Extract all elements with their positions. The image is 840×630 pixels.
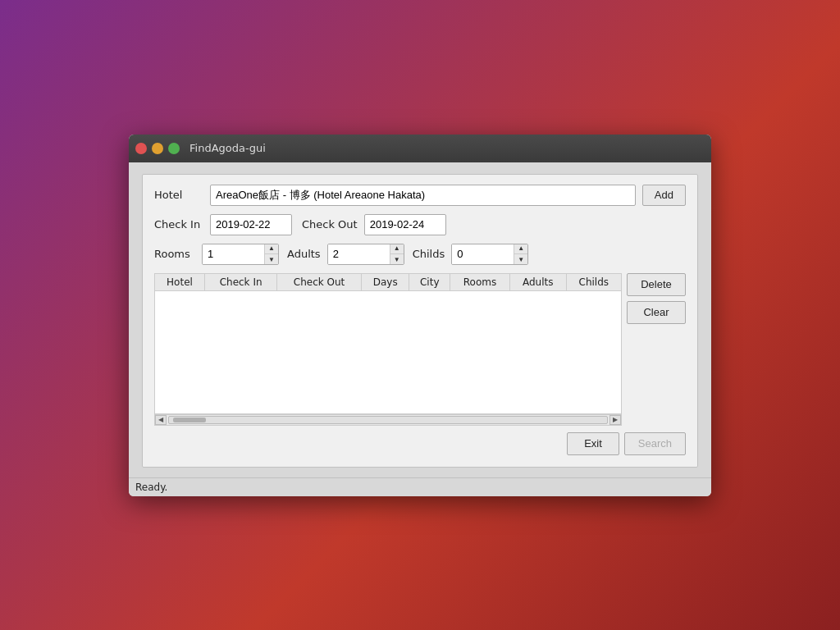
- childs-spinner-buttons: ▲ ▼: [514, 244, 527, 265]
- scroll-left-arrow[interactable]: ◀: [155, 415, 167, 425]
- add-button[interactable]: Add: [642, 185, 686, 206]
- childs-label: Childs: [413, 248, 445, 260]
- rooms-label: Rooms: [154, 248, 195, 260]
- table-area: Hotel Check In Check Out Days City Rooms…: [154, 273, 686, 426]
- search-button[interactable]: Search: [624, 432, 686, 455]
- status-bar: Ready.: [129, 477, 711, 496]
- col-city: City: [409, 273, 450, 290]
- rooms-input[interactable]: [203, 244, 264, 265]
- main-window: FindAgoda-gui Hotel Add Check In Check O…: [129, 135, 711, 496]
- table-header-row: Hotel Check In Check Out Days City Rooms…: [155, 273, 622, 290]
- adults-up-button[interactable]: ▲: [390, 244, 404, 254]
- checkin-input[interactable]: [210, 214, 292, 235]
- col-days: Days: [361, 273, 409, 290]
- childs-spinner: ▲ ▼: [451, 244, 528, 265]
- table-wrap: Hotel Check In Check Out Days City Rooms…: [154, 273, 622, 426]
- checkout-input[interactable]: [364, 214, 446, 235]
- close-button[interactable]: [135, 143, 147, 154]
- rooms-spinner: ▲ ▼: [202, 244, 279, 265]
- checkout-label: Check Out: [302, 218, 358, 231]
- adults-spinner-buttons: ▲ ▼: [390, 244, 404, 265]
- data-table: Hotel Check In Check Out Days City Rooms…: [154, 273, 622, 291]
- col-checkin: Check In: [204, 273, 276, 290]
- hotel-row: Hotel Add: [154, 185, 686, 206]
- clear-button[interactable]: Clear: [627, 301, 686, 324]
- col-childs: Childs: [566, 273, 621, 290]
- minimize-button[interactable]: [152, 143, 163, 154]
- form-area: Hotel Add Check In Check Out Rooms ▲ ▼: [142, 174, 698, 468]
- delete-button[interactable]: Delete: [627, 273, 686, 296]
- window-title: FindAgoda-gui: [189, 142, 266, 154]
- status-text: Ready.: [135, 482, 167, 493]
- rooms-spinner-buttons: ▲ ▼: [264, 244, 278, 265]
- side-buttons: Delete Clear: [627, 273, 686, 426]
- table-body-area: [154, 291, 622, 414]
- checkin-label: Check In: [154, 218, 203, 231]
- bottom-row: Exit Search: [154, 432, 686, 455]
- col-adults: Adults: [509, 273, 566, 290]
- childs-down-button[interactable]: ▼: [514, 254, 527, 265]
- adults-spinner: ▲ ▼: [327, 244, 404, 265]
- adults-label: Adults: [287, 248, 321, 260]
- adults-input[interactable]: [328, 244, 390, 265]
- rooms-row: Rooms ▲ ▼ Adults ▲ ▼ Childs: [154, 244, 686, 265]
- content-area: Hotel Add Check In Check Out Rooms ▲ ▼: [129, 162, 711, 477]
- col-rooms: Rooms: [450, 273, 510, 290]
- hotel-label: Hotel: [154, 189, 203, 201]
- horizontal-scrollbar[interactable]: ◀ ▶: [154, 414, 622, 426]
- childs-input[interactable]: [452, 244, 514, 265]
- exit-button[interactable]: Exit: [567, 432, 619, 455]
- rooms-down-button[interactable]: ▼: [265, 254, 278, 265]
- childs-up-button[interactable]: ▲: [514, 244, 527, 254]
- scrollbar-track[interactable]: [168, 416, 608, 424]
- col-hotel: Hotel: [155, 273, 205, 290]
- col-checkout: Check Out: [277, 273, 362, 290]
- window-controls: [135, 143, 180, 154]
- scrollbar-thumb[interactable]: [173, 418, 206, 422]
- hotel-input[interactable]: [210, 185, 636, 206]
- scroll-right-arrow[interactable]: ▶: [609, 415, 621, 425]
- adults-down-button[interactable]: ▼: [390, 254, 404, 265]
- checkin-row: Check In Check Out: [154, 214, 686, 235]
- maximize-button[interactable]: [168, 143, 180, 154]
- titlebar: FindAgoda-gui: [129, 135, 711, 162]
- rooms-up-button[interactable]: ▲: [265, 244, 278, 254]
